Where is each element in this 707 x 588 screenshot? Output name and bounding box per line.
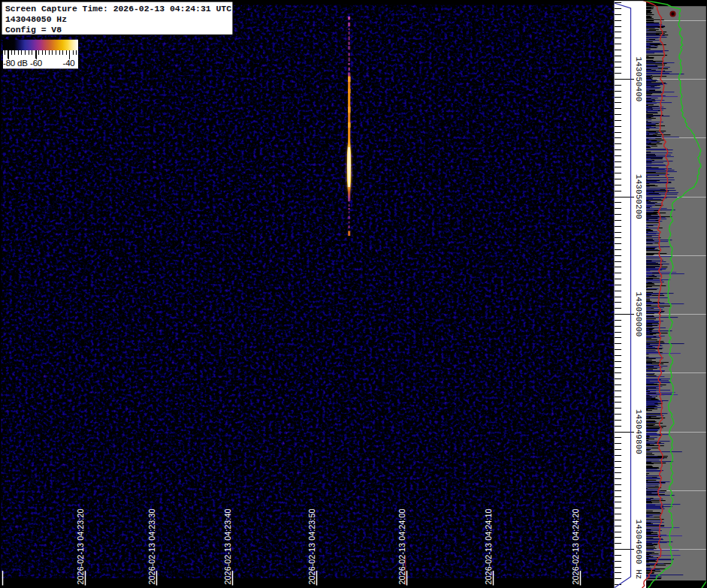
svg-text:-60: -60 (30, 59, 42, 68)
svg-text:2026-02-13 04:24:00: 2026-02-13 04:24:00 (397, 509, 406, 585)
svg-text:2026-02-13 04:24:20: 2026-02-13 04:24:20 (571, 509, 580, 585)
svg-text:143050200: 143050200 (634, 174, 643, 219)
svg-text:2026-02-13 04:23:20: 2026-02-13 04:23:20 (76, 509, 85, 585)
svg-text:143049800: 143049800 (634, 409, 643, 454)
svg-text:143050400: 143050400 (634, 57, 643, 102)
svg-text:Config = V8: Config = V8 (5, 26, 62, 35)
svg-text:2026-02-13 04:23:50: 2026-02-13 04:23:50 (307, 509, 316, 585)
svg-text:143049600 Hz: 143049600 Hz (634, 520, 643, 580)
svg-text:-80 dB: -80 dB (3, 59, 28, 68)
svg-text:Screen Capture Time: 2026-02-1: Screen Capture Time: 2026-02-13 04:24:31… (5, 5, 231, 14)
svg-text:-40: -40 (63, 59, 75, 68)
svg-text:143048050 Hz: 143048050 Hz (5, 15, 67, 24)
svg-text:2026-02-13 04:23:40: 2026-02-13 04:23:40 (223, 509, 232, 585)
svg-text:2026-02-13 04:23:30: 2026-02-13 04:23:30 (147, 509, 156, 585)
svg-text:2026-02-13 04:24:10: 2026-02-13 04:24:10 (484, 509, 493, 585)
svg-text:143050000: 143050000 (634, 292, 643, 337)
